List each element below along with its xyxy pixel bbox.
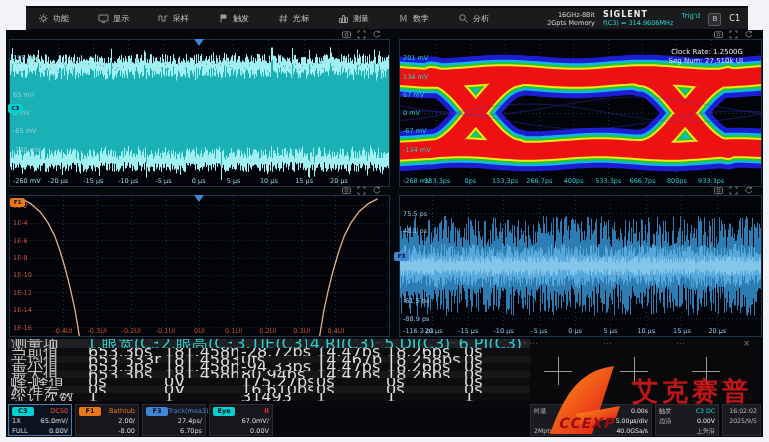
channel-descriptor-c3[interactable]: C3DC50 1X65.0mV/ FULL0.00V [8, 404, 72, 436]
menu-item-trigger[interactable]: 触发 [218, 13, 249, 24]
trigger-slope: 上升沿 [696, 426, 715, 436]
volts-per-div: 65.0mV/ [41, 416, 68, 426]
menu-label: 测量 [353, 13, 369, 24]
offset-value: 0.00V [49, 426, 68, 436]
table-cell: 0s [461, 363, 528, 371]
table-row-label: 峰-峰值 [8, 378, 85, 386]
table-cell: 14.47ps [313, 348, 383, 356]
screen-corner-left [6, 6, 26, 30]
trigger-label: 触发 [659, 406, 671, 416]
trigger-position-marker[interactable] [194, 39, 204, 46]
expand-icon[interactable] [357, 30, 366, 39]
menu-item-analysis[interactable]: 分析 [458, 13, 489, 24]
table-cell: 0V [161, 378, 238, 386]
trigger-box[interactable]: 触发C3 DC 边沿0.00V 上升沿 [655, 404, 719, 436]
table-cell: 1 [161, 393, 238, 401]
expand-icon[interactable] [729, 30, 738, 39]
jitter-track-panel-f3[interactable]: 75.5 ps48.1 ps-61.5 ps-88.9 ps-20 μs-15 … [399, 195, 762, 337]
add-measurement-slot[interactable] [692, 357, 720, 385]
menu-item-cursor[interactable]: 光标 [278, 13, 309, 24]
table-cell: 653.3ps [85, 371, 161, 379]
remove-measure-icon[interactable]: − [375, 339, 381, 348]
menu-item-math[interactable]: M 数学 [398, 13, 429, 24]
offset-value: 6.70ps [180, 426, 202, 436]
expand-icon[interactable] [729, 186, 738, 195]
table-cell: 653.3ps [85, 363, 161, 371]
measure-column-header[interactable]: 1.眼宽(C3)− [83, 339, 157, 348]
table-cell: 0s [461, 348, 528, 356]
measure-column-header[interactable]: 5.DJ(C3)− [381, 339, 455, 348]
camera-icon[interactable] [714, 30, 723, 39]
close-table-button[interactable]: × [743, 339, 750, 348]
channel-descriptor-eye[interactable]: EyeII 67.0mV/ 0.00V [209, 404, 273, 436]
table-cell: 0s [461, 378, 528, 386]
clock-box: 16:02:02 2025/9/5 [722, 404, 761, 436]
table-cell: -94.33ps [238, 363, 313, 371]
menu-label: 分析 [473, 13, 489, 24]
add-measurement-slot[interactable] [544, 357, 572, 385]
table-cell: 0s [313, 386, 383, 394]
sampling-icon [158, 13, 169, 24]
waveform-panel-c3[interactable]: 195 mV65 mV0 mV-65 mV-130 mV-20 μs-15 μs… [9, 39, 390, 187]
camera-icon[interactable] [342, 30, 351, 39]
menu-item-function[interactable]: 功能 [38, 13, 69, 24]
menu-item-measure[interactable]: 测量 [338, 13, 369, 24]
b-button[interactable]: B [708, 13, 721, 26]
menu-item-acquire[interactable]: 采样 [158, 13, 189, 24]
channel-descriptor-f1[interactable]: F1Bathtub 2.00/ -8.00 [75, 404, 139, 436]
timebase-scale: 5.00μs/div [616, 416, 648, 426]
function-type: Track(mea3) [168, 406, 209, 416]
rotate-icon[interactable] [744, 186, 753, 195]
panel-icons-top-right [714, 30, 753, 39]
timebase-box[interactable]: 时基0.00s 5.00μs/div 2Mpts40.0GSa/s [530, 404, 652, 436]
menu-bar-right: 16GHz-8Bit 2Gpts Memory SIGLENT f(C3) = … [547, 10, 740, 27]
eye-diagram-panel[interactable]: 201 mV134 mV67 mV0 mV-67 mV-134 mV-133.3… [399, 39, 762, 187]
jitter-track-canvas [400, 196, 761, 336]
channel-marker-f1[interactable]: F1 [10, 198, 25, 207]
trigger-flag-icon [218, 13, 229, 24]
table-cell: 16.610ps [238, 386, 313, 394]
table-cell: 80.94ps [238, 371, 313, 379]
channel-marker-c3[interactable]: C3 [8, 104, 23, 113]
bathtub-panel-f1[interactable]: 1E-21E-41E-61E-81E-101E-121E-141E-16-0.4… [9, 195, 390, 337]
table-cell: 14.47ps [313, 371, 383, 379]
channel-c1-label[interactable]: C1 [729, 14, 740, 23]
screen-corner-right [748, 6, 763, 30]
channel-marker-f3[interactable]: F3 [394, 252, 409, 261]
measurement-slot-menu[interactable]: ··· [588, 340, 628, 348]
channel-badge: F1 [79, 407, 101, 416]
rotate-icon[interactable] [744, 30, 753, 39]
display-icon [98, 13, 109, 24]
table-cell: 18.26ps [383, 363, 461, 371]
frequency-readout: f(C3) = 314.9606MHz [603, 19, 674, 27]
function-type: Bathtub [109, 406, 135, 416]
scale-value: 27.4ps/ [178, 416, 202, 426]
camera-icon[interactable] [714, 186, 723, 195]
table-cell: 0s [383, 378, 461, 386]
channel-descriptor-f3[interactable]: F3Track(mea3) 27.4ps/ 6.70ps [142, 404, 206, 436]
channel-badge: F3 [146, 407, 168, 416]
table-cell: 0s [461, 371, 528, 379]
channel-badge: Eye [213, 407, 235, 416]
measure-column-header[interactable]: 4.RJ(C3)− [307, 339, 381, 348]
rotate-icon[interactable] [372, 30, 381, 39]
measurement-slot-menu[interactable]: ··· [661, 340, 701, 348]
camera-icon[interactable] [342, 186, 351, 195]
table-cell: 181.45833mV [161, 356, 238, 364]
expand-icon[interactable] [357, 186, 366, 195]
svg-text:M: M [400, 14, 408, 24]
rotate-icon[interactable] [372, 186, 381, 195]
measure-column-header[interactable]: 3.TIE(C3)− [232, 339, 306, 348]
table-cell: 1 [85, 393, 161, 401]
add-measurement-slot[interactable] [620, 357, 648, 385]
table-cell: 0s [313, 378, 383, 386]
measure-column-header[interactable]: 2.眼高(C3)− [158, 339, 232, 348]
measurement-slot-menu[interactable]: ··· [514, 340, 554, 348]
table-cell: 0s [461, 386, 528, 394]
trigger-position-marker[interactable] [194, 195, 204, 202]
probe-atten: 1X [12, 416, 21, 426]
trigger-level: 0.00V [697, 416, 715, 426]
menu-item-display[interactable]: 显示 [98, 13, 129, 24]
table-cell: 14.467ps [313, 356, 383, 364]
table-cell: 18.258ps [383, 356, 461, 364]
